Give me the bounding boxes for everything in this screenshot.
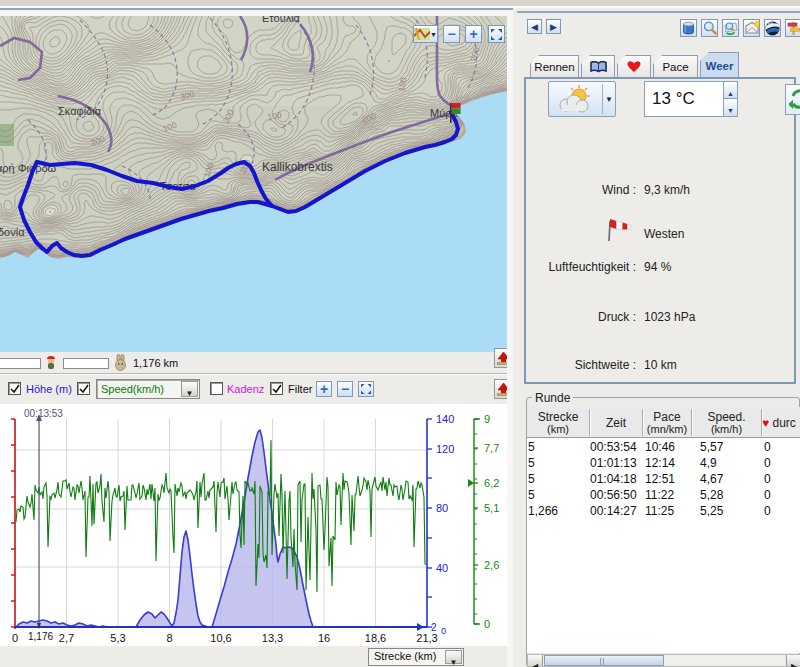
svg-text:1,176: 1,176 — [28, 631, 53, 642]
svg-text:16: 16 — [318, 632, 330, 644]
svg-text:80: 80 — [436, 502, 448, 514]
svg-text:140: 140 — [436, 413, 454, 425]
svg-text:40: 40 — [436, 562, 448, 574]
svg-text:10,6: 10,6 — [210, 632, 231, 644]
svg-text:9: 9 — [484, 413, 490, 425]
svg-text:2,7: 2,7 — [59, 632, 74, 644]
svg-text:2,6: 2,6 — [484, 559, 499, 571]
svg-text:0: 0 — [12, 632, 18, 644]
svg-text:13,3: 13,3 — [262, 632, 283, 644]
svg-text:5,3: 5,3 — [110, 632, 125, 644]
svg-text:00:13:53: 00:13:53 — [24, 408, 63, 419]
svg-text:Σκαφίδια: Σκαφίδια — [58, 105, 102, 117]
svg-text:120: 120 — [436, 443, 454, 455]
svg-text:6,2: 6,2 — [484, 477, 499, 489]
svg-text:Kallikobrextis: Kallikobrextis — [262, 160, 333, 174]
svg-text:21,3: 21,3 — [416, 632, 437, 644]
svg-text:7,7: 7,7 — [484, 442, 499, 454]
svg-text:8: 8 — [166, 632, 172, 644]
svg-text:δονία: δονία — [0, 226, 25, 238]
svg-text:Ετουλια: Ετουλια — [262, 16, 301, 24]
svg-text:18,6: 18,6 — [365, 632, 386, 644]
svg-text:0: 0 — [484, 618, 490, 630]
svg-text:0: 0 — [441, 626, 446, 636]
svg-text:5,1: 5,1 — [484, 502, 499, 514]
